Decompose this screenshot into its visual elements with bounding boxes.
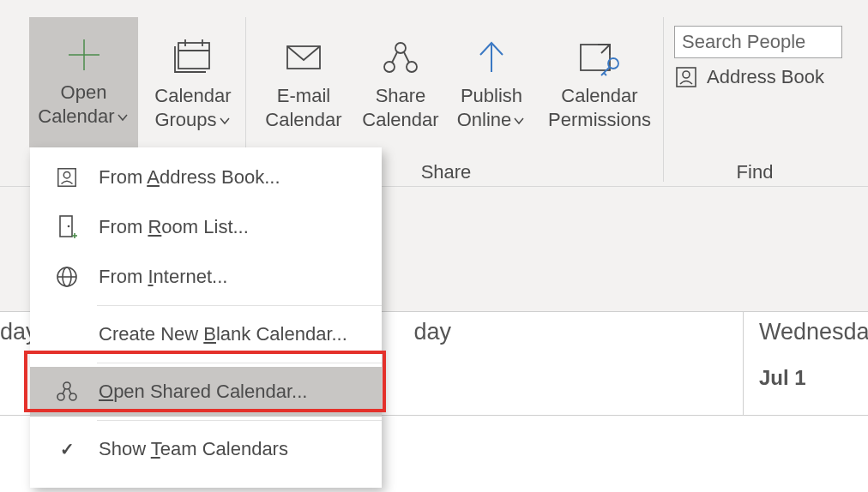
calendar-permissions-label-line2: Permissions xyxy=(539,108,660,132)
door-plus-icon xyxy=(56,214,78,240)
menu-create-new-blank-calendar[interactable]: Create New Blank Calendar... xyxy=(30,309,382,359)
address-book-label: Address Book xyxy=(707,66,824,88)
calendar-permissions-button[interactable]: Calendar Permissions xyxy=(539,38,660,132)
address-book-button[interactable]: Address Book xyxy=(674,65,824,89)
menu-open-shared-calendar[interactable]: Open Shared Calendar... xyxy=(30,367,382,417)
menu-show-team-calendars[interactable]: ✓ Show Team Calendars xyxy=(30,424,382,474)
svg-point-31 xyxy=(69,393,76,400)
svg-point-19 xyxy=(683,71,690,78)
search-people-input[interactable] xyxy=(674,26,842,58)
menu-from-internet[interactable]: From Internet... xyxy=(30,252,382,302)
share-nodes-icon xyxy=(379,38,422,77)
svg-line-11 xyxy=(404,52,409,63)
svg-point-29 xyxy=(63,382,70,389)
svg-point-8 xyxy=(384,62,395,72)
calendar-groups-label-line1: Calendar xyxy=(146,84,240,108)
day-name: Wednesda xyxy=(759,319,868,345)
calendar-stack-icon xyxy=(170,38,216,77)
share-nodes-icon xyxy=(55,380,79,404)
svg-point-21 xyxy=(63,172,69,178)
email-calendar-label-line1: E-mail xyxy=(257,84,350,108)
svg-line-32 xyxy=(63,388,65,394)
svg-rect-2 xyxy=(178,43,209,69)
share-calendar-label-line1: Share xyxy=(354,84,447,108)
svg-line-14 xyxy=(601,45,610,53)
menu-label: Create New Blank Calendar... xyxy=(99,323,347,345)
menu-from-address-book[interactable]: From Address Book... xyxy=(30,153,382,202)
chevron-down-icon xyxy=(116,111,130,124)
menu-separator xyxy=(97,305,382,306)
day-column-header: Wednesda Jul 1 xyxy=(744,312,868,415)
publish-online-button[interactable]: Publish Online xyxy=(449,38,534,132)
calendar-groups-label-line2: Groups xyxy=(146,108,240,132)
envelope-icon xyxy=(282,38,325,77)
share-calendar-button[interactable]: Share Calendar xyxy=(354,38,447,132)
ribbon-separator xyxy=(663,17,664,182)
globe-icon xyxy=(55,265,79,289)
menu-label: From Internet... xyxy=(99,266,227,288)
menu-label: From Room List... xyxy=(99,216,249,238)
menu-label: Show Team Calendars xyxy=(99,438,288,460)
check-icon: ✓ xyxy=(60,439,75,459)
svg-point-9 xyxy=(407,62,417,72)
menu-separator xyxy=(97,363,382,363)
email-calendar-button[interactable]: E-mail Calendar xyxy=(257,38,350,132)
publish-online-label-line2: Online xyxy=(449,108,534,132)
address-book-icon xyxy=(56,166,78,189)
address-book-icon xyxy=(674,65,698,89)
day-date: Jul 1 xyxy=(759,366,868,390)
open-calendar-label-line1: Open xyxy=(29,81,138,105)
ribbon-group-label-share: Share xyxy=(403,161,489,183)
open-calendar-dropdown: From Address Book... From Room List... F… xyxy=(30,147,382,488)
svg-line-17 xyxy=(604,73,606,75)
calendar-permissions-label-line1: Calendar xyxy=(539,84,660,108)
chevron-down-icon xyxy=(218,114,232,128)
svg-point-7 xyxy=(395,43,406,53)
svg-line-10 xyxy=(392,52,397,63)
calendar-groups-button[interactable]: Calendar Groups xyxy=(146,38,240,132)
svg-point-23 xyxy=(68,225,70,228)
arrow-up-icon xyxy=(470,38,513,77)
publish-online-label-line1: Publish xyxy=(449,84,534,108)
svg-rect-22 xyxy=(60,216,72,237)
svg-point-30 xyxy=(57,393,64,400)
ribbon-group-label-find: Find xyxy=(720,161,789,183)
open-calendar-button[interactable]: Open Calendar xyxy=(29,17,138,147)
email-calendar-label-line2: Calendar xyxy=(257,108,350,132)
menu-label: Open Shared Calendar... xyxy=(99,381,307,403)
svg-line-33 xyxy=(69,388,71,394)
menu-separator xyxy=(97,420,382,421)
calendar-key-icon xyxy=(576,38,624,77)
share-calendar-label-line2: Calendar xyxy=(354,108,447,132)
chevron-down-icon xyxy=(512,114,526,128)
plus-icon xyxy=(65,36,103,74)
open-calendar-label-line2: Calendar xyxy=(29,105,138,129)
menu-label: From Address Book... xyxy=(99,166,280,189)
menu-from-room-list[interactable]: From Room List... xyxy=(30,202,382,252)
